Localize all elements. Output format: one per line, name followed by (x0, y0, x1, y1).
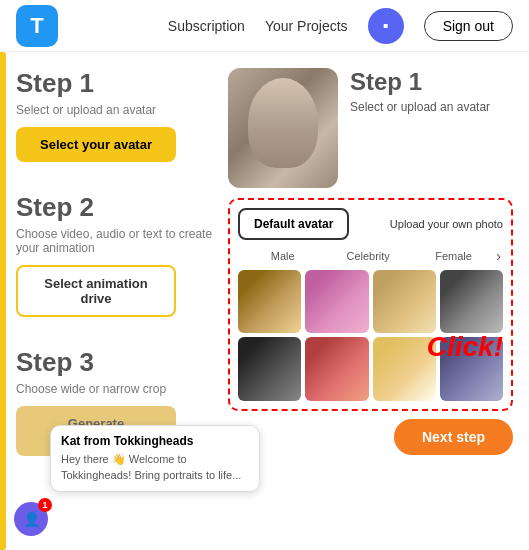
upload-own-label[interactable]: Upload your own photo (390, 218, 503, 230)
right-panel: Step 1 Select or upload an avatar Defaul… (228, 68, 513, 456)
select-avatar-button[interactable]: Select your avatar (16, 127, 176, 162)
step1-sub: Select or upload an avatar (16, 103, 216, 117)
nav-projects[interactable]: Your Projects (265, 18, 348, 34)
category-female[interactable]: Female (411, 250, 496, 262)
avatar-thumb-1[interactable] (238, 270, 301, 333)
default-avatar-button[interactable]: Default avatar (238, 208, 349, 240)
nav-links: Subscription Your Projects ▪ Sign out (168, 8, 513, 44)
category-celebrity[interactable]: Celebrity (325, 250, 410, 262)
click-label: Click! (427, 331, 503, 363)
step3-heading: Step 3 (16, 347, 216, 378)
avatar-thumb-4[interactable] (440, 270, 503, 333)
chat-notification-badge: 1 (38, 498, 52, 512)
step1-heading: Step 1 (16, 68, 216, 99)
nav-subscription[interactable]: Subscription (168, 18, 245, 34)
category-male[interactable]: Male (240, 250, 325, 262)
right-top-section: Step 1 Select or upload an avatar (228, 68, 513, 188)
avatar-thumb-5[interactable] (238, 337, 301, 400)
next-step-button[interactable]: Next step (394, 419, 513, 455)
left-panel: Step 1 Select or upload an avatar Select… (16, 68, 216, 456)
chat-popup-title: Kat from Tokkingheads (61, 434, 249, 448)
right-step1-sub: Select or upload an avatar (350, 100, 513, 114)
avatar-selector-box: Default avatar Upload your own photo Mal… (228, 198, 513, 411)
step2-heading: Step 2 (16, 192, 216, 223)
discord-icon[interactable]: ▪ (368, 8, 404, 44)
chevron-right-icon[interactable]: › (496, 248, 501, 264)
avatar-preview-image (228, 68, 338, 188)
chat-popup-text: Hey there 👋 Welcome to Tokkingheads! Bri… (61, 452, 249, 483)
logo-icon[interactable]: T (16, 5, 58, 47)
chat-popup[interactable]: Kat from Tokkingheads Hey there 👋 Welcom… (50, 425, 260, 492)
right-step1-heading: Step 1 (350, 68, 513, 96)
step3-sub: Choose wide or narrow crop (16, 382, 216, 396)
avatar-thumb-2[interactable] (305, 270, 368, 333)
select-animation-button[interactable]: Select animation drive (16, 265, 176, 317)
header: T Subscription Your Projects ▪ Sign out (0, 0, 529, 52)
avatar-categories-row: Male Celebrity Female › (238, 248, 503, 264)
main-content: Step 1 Select or upload an avatar Select… (0, 52, 529, 456)
step2-sub: Choose video, audio or text to create yo… (16, 227, 216, 255)
avatar-thumb-6[interactable] (305, 337, 368, 400)
right-step1-info: Step 1 Select or upload an avatar (350, 68, 513, 188)
avatar-selector-top-row: Default avatar Upload your own photo (238, 208, 503, 240)
chat-person-icon: 👤 (23, 511, 40, 527)
signout-button[interactable]: Sign out (424, 11, 513, 41)
left-accent-strip (0, 52, 6, 550)
avatar-thumb-3[interactable] (373, 270, 436, 333)
